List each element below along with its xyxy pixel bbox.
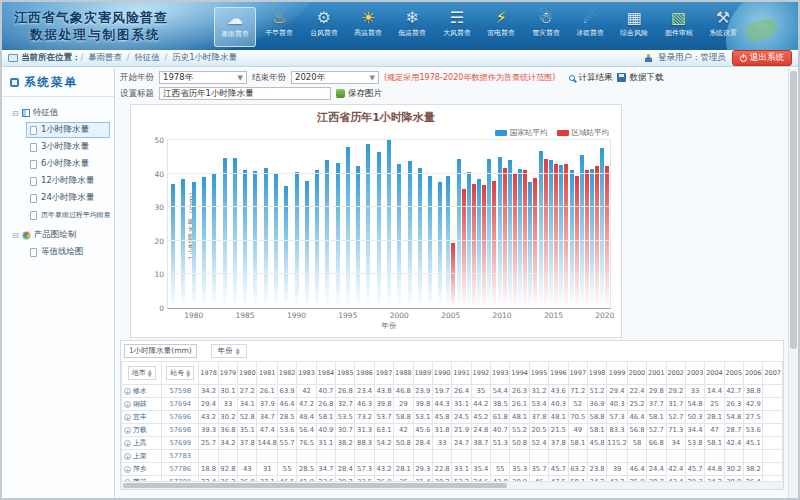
column-header-year[interactable]: 1985 (336, 362, 355, 385)
bar-国家站平均-1984[interactable] (233, 158, 237, 308)
expand-icon[interactable]: + (124, 401, 131, 408)
city-cell[interactable]: +宜丰 (122, 411, 162, 424)
column-header-year[interactable]: 1989 (413, 362, 432, 385)
column-header-year[interactable]: 1981 (257, 362, 277, 385)
expand-icon[interactable]: + (124, 440, 131, 447)
column-header-year[interactable]: 1986 (355, 362, 374, 385)
column-header-year[interactable]: 1987 (374, 362, 393, 385)
sidebar-group-1[interactable]: ⊟特征值 (6, 105, 110, 121)
bar-区域站平均-2014[interactable] (544, 159, 548, 308)
city-cell[interactable]: +上栗 (122, 450, 162, 463)
nav-item-1[interactable]: ☁暴雨普查 (214, 7, 256, 47)
column-header-year[interactable]: 1992 (471, 362, 490, 385)
nav-item-6[interactable]: ☴大风普查 (436, 7, 478, 47)
nav-item-4[interactable]: ☀高温普查 (347, 7, 389, 47)
column-header-站号[interactable]: 站号▲▼ (162, 362, 199, 385)
bar-国家站平均-1979[interactable] (181, 179, 185, 308)
bar-区域站平均-2008[interactable] (482, 185, 486, 308)
bar-国家站平均-2016[interactable] (559, 165, 563, 308)
data-download-button[interactable]: 数据下载 (617, 72, 663, 84)
expand-icon[interactable]: + (124, 414, 131, 421)
bar-国家站平均-2013[interactable] (528, 182, 532, 308)
bar-区域站平均-2009[interactable] (492, 181, 496, 309)
column-header-year[interactable]: 2002 (666, 362, 685, 385)
column-header-year[interactable]: 1984 (316, 362, 335, 385)
nav-item-8[interactable]: ☃雪灾普查 (525, 7, 567, 47)
column-header-year[interactable]: 2004 (705, 362, 724, 385)
calc-result-button[interactable]: 计算结果 (569, 72, 612, 84)
start-year-select[interactable]: 1978年▼ (159, 71, 247, 84)
column-header-year[interactable]: 1994 (510, 362, 529, 385)
tree-toggle-icon[interactable]: ⊟ (12, 231, 19, 240)
bar-国家站平均-1983[interactable] (223, 158, 227, 308)
bar-区域站平均-2019[interactable] (595, 166, 599, 308)
vertical-scrollbar-thumb[interactable] (790, 71, 797, 349)
bar-国家站平均-2012[interactable] (518, 169, 522, 308)
end-year-select[interactable]: 2020年▼ (291, 71, 379, 84)
bar-国家站平均-1987[interactable] (264, 168, 268, 308)
column-header-year[interactable]: 1990 (432, 362, 451, 385)
tree-toggle-icon[interactable]: ⊟ (12, 109, 19, 118)
bar-国家站平均-2003[interactable] (428, 176, 432, 308)
bar-区域站平均-2005[interactable] (451, 243, 455, 308)
horizontal-scrollbar[interactable] (121, 481, 783, 489)
expand-icon[interactable]: + (124, 427, 131, 434)
column-header-year[interactable]: 1979 (218, 362, 237, 385)
city-cell[interactable]: +铜鼓 (122, 398, 162, 411)
expand-icon[interactable]: + (124, 466, 131, 473)
column-header-year[interactable]: 1982 (277, 362, 296, 385)
sidebar-item-6小时降水量[interactable]: 6小时降水量 (26, 156, 110, 172)
bar-区域站平均-2007[interactable] (472, 184, 476, 308)
sort-box[interactable]: 站号▲▼ (166, 366, 194, 380)
bar-国家站平均-1993[interactable] (325, 160, 329, 308)
legend-item-区域站平均[interactable]: 区域站平均 (557, 128, 610, 138)
column-header-year[interactable]: 1996 (549, 362, 568, 385)
bar-国家站平均-2004[interactable] (438, 182, 442, 308)
bar-区域站平均-2012[interactable] (523, 170, 527, 308)
bar-国家站平均-1999[interactable] (387, 140, 391, 308)
column-header-year[interactable]: 2003 (685, 362, 704, 385)
save-image-button[interactable]: 保存图片 (336, 88, 382, 100)
column-header-year[interactable]: 2001 (647, 362, 666, 385)
breadcrumb-segment[interactable]: 历史1小时降水量 (172, 52, 237, 62)
bar-国家站平均-1985[interactable] (243, 170, 247, 308)
bar-国家站平均-2008[interactable] (477, 179, 481, 308)
bar-国家站平均-1992[interactable] (315, 170, 319, 308)
column-header-year[interactable]: 2006 (744, 362, 763, 385)
bar-国家站平均-1989[interactable] (284, 186, 288, 308)
expand-icon[interactable]: + (124, 453, 131, 460)
column-header-year[interactable]: 2000 (627, 362, 646, 385)
sidebar-group-2[interactable]: ⊟产品图绘制 (6, 227, 110, 243)
bar-国家站平均-2009[interactable] (487, 159, 491, 308)
column-header-year[interactable]: 1978 (199, 362, 218, 385)
column-header-year[interactable]: 1991 (452, 362, 471, 385)
bar-国家站平均-1998[interactable] (377, 152, 381, 308)
column-header-year[interactable]: 2005 (724, 362, 743, 385)
sidebar-item-等值线绘图[interactable]: 等值线绘图 (26, 244, 110, 260)
bar-国家站平均-1995[interactable] (346, 147, 350, 309)
bar-国家站平均-2001[interactable] (408, 161, 412, 308)
bar-国家站平均-1997[interactable] (366, 144, 370, 308)
bar-国家站平均-2019[interactable] (590, 169, 594, 308)
year-group-sort[interactable]: 年份 ▲▼ (211, 344, 247, 358)
city-cell[interactable]: +万载 (122, 424, 162, 437)
bar-国家站平均-1991[interactable] (305, 181, 309, 309)
bar-国家站平均-2002[interactable] (418, 168, 422, 308)
bar-区域站平均-2017[interactable] (575, 176, 579, 308)
nav-item-11[interactable]: ▧图件审核 (658, 7, 700, 47)
bar-区域站平均-2013[interactable] (533, 178, 537, 308)
bar-国家站平均-2015[interactable] (549, 160, 553, 308)
bar-国家站平均-2005[interactable] (446, 176, 450, 308)
bar-国家站平均-1980[interactable] (192, 182, 196, 308)
nav-item-5[interactable]: ❄低温普查 (391, 7, 433, 47)
nav-item-2[interactable]: ♨干旱普查 (258, 7, 300, 47)
logout-button[interactable]: 退出系统 (732, 50, 792, 66)
bar-区域站平均-2015[interactable] (554, 164, 558, 308)
sidebar-item-12小时降水量[interactable]: 12小时降水量 (26, 173, 110, 189)
vertical-scrollbar[interactable] (788, 68, 798, 498)
column-header-year[interactable]: 1993 (491, 362, 510, 385)
nav-item-10[interactable]: ▦综合风险 (613, 7, 655, 47)
bar-区域站平均-2016[interactable] (564, 164, 568, 308)
sort-box[interactable]: 地市▲▼ (128, 366, 156, 380)
sidebar-item-1小时降水量[interactable]: 1小时降水量 (26, 122, 110, 138)
